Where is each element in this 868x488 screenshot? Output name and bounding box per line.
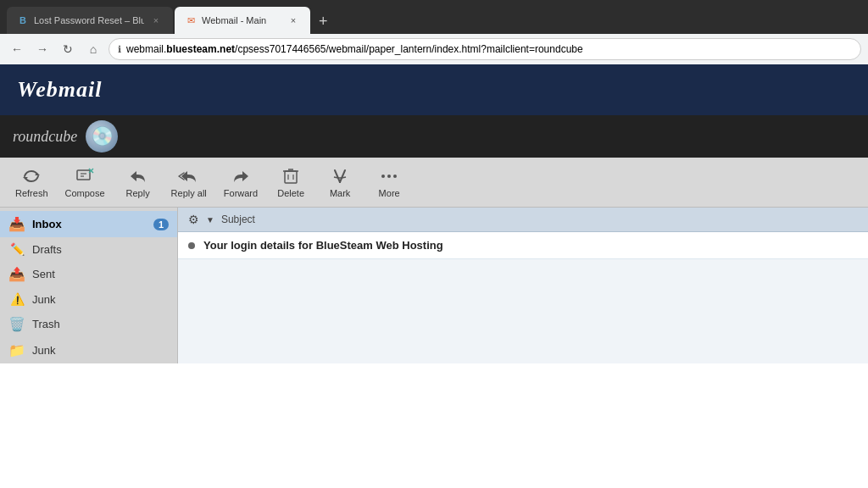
browser-tabs: B Lost Password Reset – BlueSte... × ✉ W… [7,0,335,34]
trash-label: Trash [32,318,60,330]
home-button[interactable]: ⌂ [83,39,103,59]
svg-point-16 [393,175,397,178]
svg-line-13 [340,170,345,182]
compose-toolbar-button[interactable]: Compose [58,163,112,202]
mark-label: Mark [330,188,350,198]
tab-close-1[interactable]: × [149,14,163,27]
roundcube-header: roundcube 💿 [0,115,868,158]
refresh-label: Refresh [15,188,48,198]
compose-label: Compose [65,188,105,198]
roundcube-logo-text: roundcube [13,128,77,146]
compose-icon [75,166,95,186]
delete-icon [282,166,299,186]
refresh-icon [21,166,42,186]
toolbar: Refresh Compose Reply [0,158,868,208]
content-area: 📥 Inbox 1 ✏️ Drafts 📤 Sent ⚠️ Junk 🗑️ Tr… [0,208,868,363]
tab-label-2: Webmail - Main [202,15,266,25]
reply-all-label: Reply all [171,188,207,198]
address-bar-row: ← → ↻ ⌂ ℹ webmail.bluesteam.net/cpsess70… [0,34,868,64]
tab-close-2[interactable]: × [287,14,300,27]
drafts-icon: ✏️ [8,242,25,256]
forward-icon [231,166,251,186]
tab-favicon-1: B [17,14,29,26]
tab-webmail-main[interactable]: ✉ Webmail - Main × [175,7,310,34]
refresh-button[interactable]: ↻ [58,39,78,59]
subject-column-header: Subject [221,214,255,225]
arrow-icon: ▼ [206,215,214,225]
address-domain: bluesteam.net [166,43,235,55]
address-bar[interactable]: ℹ webmail.bluesteam.net/cpsess7017446565… [108,38,861,60]
inbox-badge: 1 [153,219,169,230]
sidebar: 📥 Inbox 1 ✏️ Drafts 📤 Sent ⚠️ Junk 🗑️ Tr… [0,208,178,363]
forward-toolbar-button[interactable]: Forward [217,163,264,202]
sidebar-item-inbox[interactable]: 📥 Inbox 1 [0,211,177,237]
reply-all-toolbar-button[interactable]: Reply all [164,163,214,202]
email-area: ⚙ ▼ Subject Your login details for BlueS… [178,208,868,363]
svg-point-14 [381,175,385,178]
sent-icon: 📤 [8,266,25,282]
sidebar-item-drafts[interactable]: ✏️ Drafts [0,237,177,261]
reply-all-icon [177,166,201,186]
svg-line-12 [335,170,340,182]
trash-icon: 🗑️ [8,316,25,332]
email-unread-indicator [188,242,195,249]
drafts-label: Drafts [32,243,62,256]
junk1-label: Junk [32,293,55,306]
svg-point-15 [387,175,391,178]
address-text: webmail.bluesteam.net/cpsess7017446565/w… [126,43,583,55]
roundcube-icon: 💿 [86,120,118,152]
sent-label: Sent [32,268,55,280]
sidebar-item-trash[interactable]: 🗑️ Trash [0,311,177,337]
more-icon [379,166,399,186]
forward-button[interactable]: → [32,39,53,59]
tab-label-1: Lost Password Reset – BlueSte... [34,15,144,25]
email-row[interactable]: Your login details for BlueSteam Web Hos… [178,232,868,259]
junk1-icon: ⚠️ [8,292,25,306]
sidebar-item-junk1[interactable]: ⚠️ Junk [0,287,177,311]
address-prefix: webmail. [126,43,166,55]
webmail-logo: Webmail [17,77,102,103]
sidebar-item-junk2[interactable]: 📁 Junk [0,337,177,363]
lock-icon: ℹ [118,44,121,55]
email-list-header: ⚙ ▼ Subject [178,208,868,232]
mark-icon [330,166,350,186]
reply-label: Reply [126,188,150,198]
settings-icon[interactable]: ⚙ [188,213,199,226]
delete-toolbar-button[interactable]: Delete [268,163,314,202]
inbox-label: Inbox [32,218,62,230]
tab-lost-password[interactable]: B Lost Password Reset – BlueSte... × [7,7,173,34]
sidebar-item-sent[interactable]: 📤 Sent [0,261,177,287]
junk2-icon: 📁 [8,342,25,358]
email-subject: Your login details for BlueSteam Web Hos… [203,239,443,252]
webmail-header: Webmail [0,64,868,115]
refresh-toolbar-button[interactable]: Refresh [8,163,55,202]
more-toolbar-button[interactable]: More [366,163,412,202]
browser-chrome: B Lost Password Reset – BlueSte... × ✉ W… [0,0,868,34]
tab-favicon-2: ✉ [185,14,197,26]
mark-toolbar-button[interactable]: Mark [317,163,363,202]
more-label: More [379,188,400,198]
svg-rect-7 [285,171,297,183]
main-wrapper: Refresh Compose Reply [0,158,868,363]
junk2-label: Junk [32,344,55,357]
reply-toolbar-button[interactable]: Reply [115,163,161,202]
inbox-icon: 📥 [8,216,25,232]
back-button[interactable]: ← [7,39,27,59]
new-tab-button[interactable]: + [312,9,335,34]
address-suffix: /cpsess7017446565/webmail/paper_lantern/… [235,43,583,55]
delete-label: Delete [277,188,304,198]
reply-icon [128,166,148,186]
forward-label: Forward [224,188,258,198]
svg-rect-2 [77,170,90,180]
